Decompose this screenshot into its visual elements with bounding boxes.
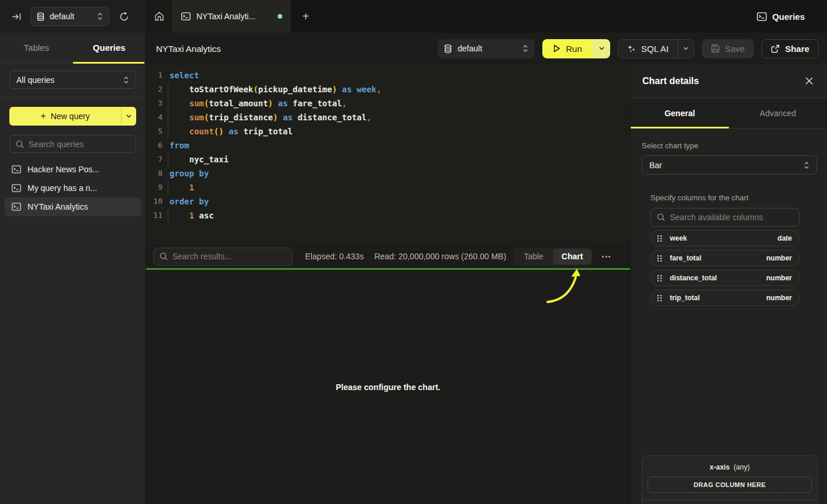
line-number: 5 <box>146 124 162 138</box>
sql-editor[interactable]: 1select2 toStartOfWeek(pickup_datetime) … <box>146 64 630 244</box>
search-results-input[interactable] <box>172 252 286 261</box>
drag-handle[interactable] <box>657 294 662 302</box>
column-type: date <box>777 234 792 242</box>
results-toolbar: Elapsed: 0.433s Read: 20,000,000 rows (2… <box>146 244 630 269</box>
search-results-box[interactable] <box>153 248 293 266</box>
search-columns-input[interactable] <box>670 213 793 222</box>
editor-line[interactable]: 1select <box>146 68 630 82</box>
column-chip[interactable]: distance_totalnumber <box>650 270 800 286</box>
editor-line[interactable]: 11 1 asc <box>146 208 630 223</box>
line-number: 11 <box>146 208 162 223</box>
chart-view-label: Chart <box>562 252 583 261</box>
line-number: 2 <box>146 82 162 96</box>
view-toggle: Table Chart <box>513 248 593 266</box>
database-selector[interactable]: default <box>438 39 535 58</box>
chart-view-button[interactable]: Chart <box>553 249 591 265</box>
query-filter-select[interactable]: All queries <box>9 71 136 89</box>
sql-ai-button[interactable]: SQL AI <box>618 39 694 58</box>
panel-header: Chart details <box>631 64 827 98</box>
sidebar: Tables Queries All queries + New query <box>0 33 146 504</box>
tab-tables-label: Tables <box>24 43 49 53</box>
editor-line[interactable]: 9 1 <box>146 180 630 194</box>
query-filter-row: All queries <box>0 63 146 98</box>
sql-ai-dropdown[interactable] <box>677 40 694 58</box>
terminal-icon <box>12 165 21 173</box>
code-text: 1 <box>169 180 194 194</box>
query-filter-value: All queries <box>16 75 54 85</box>
chart-type-select[interactable]: Bar <box>642 155 817 175</box>
line-number: 9 <box>146 180 162 194</box>
home-icon <box>154 12 164 21</box>
search-queries-box[interactable] <box>9 135 136 153</box>
terminal-icon <box>12 203 21 211</box>
x-axis-section: x-axis (any) DRAG COLUMN HERE <box>642 456 817 500</box>
editor-line[interactable]: 6from <box>146 138 630 152</box>
line-number: 4 <box>146 110 162 124</box>
sidebar-tab-tables[interactable]: Tables <box>0 33 73 62</box>
tab-nytaxi-analytics[interactable]: NYTaxi Analyti... <box>173 0 290 33</box>
editor-line[interactable]: 3 sum(total_amount) as fare_total, <box>146 96 630 110</box>
updown-chevron-icon <box>123 76 129 84</box>
new-query-dropdown[interactable] <box>121 107 136 126</box>
drag-handle-icon <box>657 255 662 262</box>
run-button-main[interactable]: Run <box>542 39 593 58</box>
run-button[interactable]: Run <box>542 39 610 58</box>
drag-handle[interactable] <box>657 235 662 242</box>
refresh-icon[interactable] <box>119 12 129 22</box>
home-tab[interactable] <box>146 0 172 33</box>
x-axis-drop-zone[interactable]: DRAG COLUMN HERE <box>648 477 812 493</box>
column-name: distance_total <box>670 274 717 282</box>
editor-line[interactable]: 7 nyc_taxi <box>146 152 630 166</box>
queries-button[interactable]: Queries <box>757 12 805 22</box>
editor-line[interactable]: 5 count() as trip_total <box>146 124 630 138</box>
column-chip[interactable]: trip_totalnumber <box>650 290 800 306</box>
search-columns-box[interactable] <box>650 208 800 227</box>
column-chip[interactable]: weekdate <box>650 230 800 246</box>
column-type: number <box>766 294 792 302</box>
top-bar: default NYTaxi Analyti... + <box>0 0 827 33</box>
search-icon <box>16 140 24 148</box>
new-tab-button[interactable]: + <box>291 0 320 33</box>
save-button[interactable]: Save <box>702 39 754 58</box>
editor-line[interactable]: 8group by <box>146 166 630 180</box>
more-options-icon[interactable] <box>601 252 611 261</box>
play-icon <box>553 44 560 53</box>
database-selector[interactable]: default <box>30 7 109 26</box>
new-query-button[interactable]: + New query <box>9 107 136 126</box>
collapse-sidebar-icon[interactable] <box>12 12 22 21</box>
query-list-item[interactable]: NYTaxi Analytics <box>5 197 141 216</box>
query-list-item[interactable]: Hacker News Pos... <box>5 160 141 179</box>
editor-line[interactable]: 10order by <box>146 194 630 208</box>
editor-lines: 1select2 toStartOfWeek(pickup_datetime) … <box>146 68 630 223</box>
column-chips: weekdate fare_totalnumber distance_total… <box>650 230 817 306</box>
close-icon[interactable] <box>803 75 815 87</box>
table-view-button[interactable]: Table <box>514 249 553 265</box>
updown-chevron-icon <box>804 161 809 169</box>
drag-handle[interactable] <box>657 274 662 282</box>
tab-general-label: General <box>665 109 695 118</box>
sidebar-tab-queries[interactable]: Queries <box>73 33 146 62</box>
tab-advanced[interactable]: Advanced <box>729 98 827 128</box>
share-button[interactable]: Share <box>762 39 819 58</box>
editor-line[interactable]: 2 toStartOfWeek(pickup_datetime) as week… <box>146 82 630 96</box>
line-number: 6 <box>146 138 162 152</box>
column-type: number <box>766 274 792 282</box>
query-list-item[interactable]: My query has a n... <box>5 179 141 197</box>
updown-chevron-icon <box>97 12 103 20</box>
sql-ai-main[interactable]: SQL AI <box>618 40 677 58</box>
code-text: nyc_taxi <box>169 152 229 166</box>
query-list: Hacker News Pos... My query has a n... N… <box>0 159 146 217</box>
run-options-dropdown[interactable] <box>593 39 610 58</box>
save-icon <box>711 44 719 53</box>
new-query-main[interactable]: + New query <box>9 111 121 121</box>
search-queries-row <box>0 126 146 159</box>
code-text: select <box>169 68 199 82</box>
drag-handle[interactable] <box>657 255 662 262</box>
column-type: number <box>766 254 792 262</box>
editor-line[interactable]: 4 sum(trip_distance) as distance_total, <box>146 110 630 124</box>
database-selector-value: default <box>458 44 482 53</box>
column-chip[interactable]: fare_totalnumber <box>650 250 800 266</box>
tab-general[interactable]: General <box>631 98 729 128</box>
queries-button-label: Queries <box>772 12 805 22</box>
search-queries-input[interactable] <box>29 140 130 149</box>
